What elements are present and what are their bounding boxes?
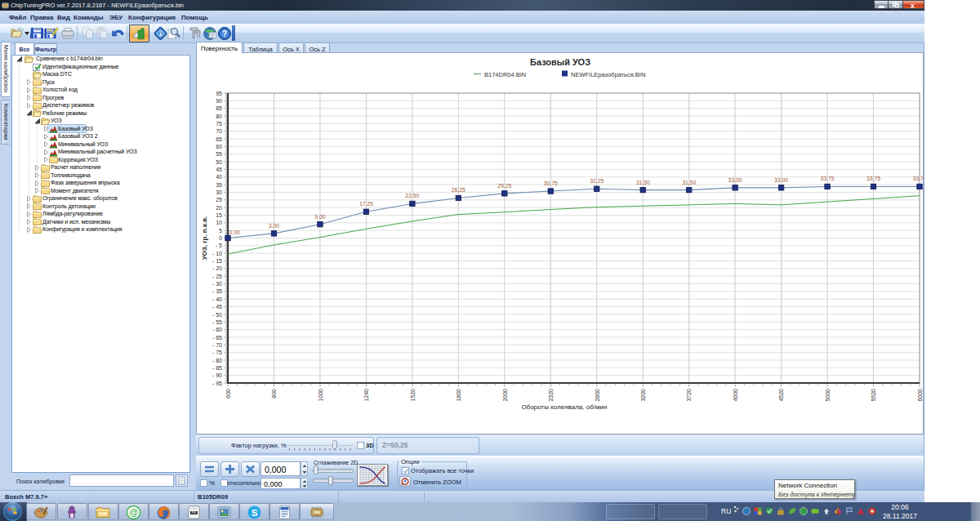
svg-text:1000: 1000 — [318, 389, 323, 402]
svg-text:2800: 2800 — [595, 389, 600, 402]
svg-text:6000: 6000 — [917, 389, 923, 402]
svg-text:95: 95 — [216, 91, 222, 96]
svg-text:S: S — [252, 508, 258, 518]
svg-text:PHI: PHI — [192, 511, 196, 514]
svg-text:?: ? — [222, 29, 227, 38]
svg-text:- 55: - 55 — [212, 319, 222, 325]
svg-text:35: 35 — [216, 182, 222, 188]
svg-text:- 30: - 30 — [212, 281, 222, 287]
svg-text:- 75: - 75 — [212, 350, 222, 355]
svg-text:33,00: 33,00 — [774, 177, 788, 183]
svg-text:2000: 2000 — [502, 389, 508, 402]
svg-text:5000: 5000 — [825, 389, 831, 402]
svg-text:55: 55 — [216, 151, 222, 157]
svg-text:32,25: 32,25 — [590, 178, 604, 184]
svg-text:- 95: - 95 — [212, 381, 222, 386]
svg-text:Обороты коленвала, об/мин: Обороты коленвала, об/мин — [522, 403, 608, 411]
svg-text:15: 15 — [216, 212, 222, 218]
svg-text:Базовый УОЗ: Базовый УОЗ — [530, 57, 590, 67]
svg-text:31,50: 31,50 — [682, 180, 696, 185]
svg-text:1520: 1520 — [410, 389, 416, 402]
svg-text:33,75: 33,75 — [912, 176, 923, 181]
svg-text:- 80: - 80 — [212, 358, 222, 363]
svg-text:- 65: - 65 — [212, 335, 222, 341]
svg-text:- 45: - 45 — [212, 304, 222, 309]
svg-text:- 20: - 20 — [212, 265, 222, 271]
svg-text:- 60: - 60 — [212, 327, 222, 332]
svg-text:- 35: - 35 — [212, 288, 222, 294]
svg-text:- 15: - 15 — [212, 258, 222, 264]
svg-text:- 50: - 50 — [212, 312, 222, 318]
svg-text:22,50: 22,50 — [405, 193, 419, 198]
svg-text:30,75: 30,75 — [544, 180, 558, 186]
svg-text:3,00: 3,00 — [269, 223, 279, 229]
svg-text:0,00: 0,00 — [229, 229, 240, 235]
svg-text:4520: 4520 — [778, 389, 784, 402]
svg-text:B174DR04.BIN: B174DR04.BIN — [484, 71, 526, 78]
svg-text:65: 65 — [216, 136, 222, 142]
svg-text:26,25: 26,25 — [452, 187, 466, 193]
svg-text:УОЗ, гр. п.к.в.: УОЗ, гр. п.к.в. — [201, 216, 208, 260]
svg-text:- 25: - 25 — [212, 274, 222, 279]
svg-text:1800: 1800 — [456, 389, 461, 402]
svg-text:33,75: 33,75 — [821, 176, 835, 181]
svg-text:- 70: - 70 — [212, 342, 222, 348]
svg-text:85: 85 — [216, 105, 222, 111]
svg-text:30: 30 — [216, 189, 222, 195]
svg-text:4000: 4000 — [733, 389, 738, 402]
svg-text:90: 90 — [216, 98, 222, 104]
svg-text:33,00: 33,00 — [728, 177, 742, 183]
svg-text:25: 25 — [216, 197, 222, 203]
svg-text:60: 60 — [216, 144, 222, 149]
svg-text:75: 75 — [216, 121, 222, 127]
svg-text:40: 40 — [216, 174, 222, 180]
svg-text:- 40: - 40 — [212, 296, 222, 302]
svg-text:33,75: 33,75 — [866, 176, 880, 181]
svg-text:45: 45 — [216, 167, 222, 172]
svg-text:- 5: - 5 — [216, 243, 222, 248]
svg-text:2320: 2320 — [548, 389, 554, 402]
svg-text:10: 10 — [216, 220, 222, 225]
svg-text:0: 0 — [219, 235, 222, 241]
svg-text:600: 600 — [225, 389, 231, 399]
svg-text:20: 20 — [216, 205, 222, 211]
svg-text:800: 800 — [271, 389, 277, 399]
svg-text:9,00: 9,00 — [314, 214, 325, 220]
svg-text:5520: 5520 — [871, 389, 876, 402]
svg-text:3200: 3200 — [640, 389, 646, 402]
svg-text:- 85: - 85 — [212, 365, 222, 371]
svg-text:- 10: - 10 — [212, 251, 222, 256]
svg-text:17,25: 17,25 — [359, 201, 373, 207]
svg-text:@: @ — [129, 507, 138, 517]
svg-text:NEWFILEразобраться.BIN: NEWFILEразобраться.BIN — [571, 71, 645, 78]
svg-text:5: 5 — [219, 228, 222, 234]
svg-text:70: 70 — [216, 128, 222, 134]
svg-text:1240: 1240 — [363, 389, 369, 402]
svg-text:- 90: - 90 — [212, 372, 222, 378]
svg-text:50: 50 — [216, 159, 222, 165]
svg-text:3720: 3720 — [686, 389, 692, 402]
svg-text:31,50: 31,50 — [636, 180, 650, 185]
svg-text:29,25: 29,25 — [497, 183, 511, 189]
svg-text:80: 80 — [216, 114, 222, 119]
